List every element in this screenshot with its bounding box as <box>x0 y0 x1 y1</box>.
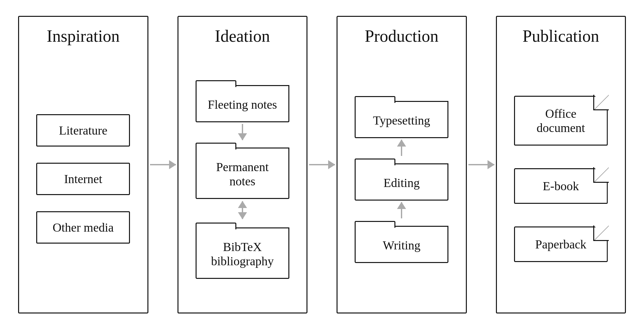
inspiration-column: Inspiration Literature Internet Other me… <box>18 16 148 313</box>
arrow-editing-typesetting <box>401 138 402 158</box>
office-doc-box: Office document <box>514 96 608 146</box>
paperback-wrap: Paperback <box>514 226 608 262</box>
office-doc-wrap: Office document <box>514 96 608 146</box>
arrow-line-2 <box>309 164 335 165</box>
paperback-box: Paperback <box>514 226 608 262</box>
arrow-line-3 <box>468 164 494 165</box>
arrow-production-publication <box>467 164 496 165</box>
arrow-writing-editing <box>401 201 402 220</box>
arrow-fleeting-permanent <box>242 122 243 142</box>
arrow-line-down <box>242 124 243 140</box>
arrow-ideation-production <box>307 164 337 165</box>
ebook-wrap: E-book <box>514 168 608 204</box>
publication-title: Publication <box>522 27 599 46</box>
ideation-items: Fleeting notes Permanent notes BibTeX bi… <box>188 59 297 300</box>
ideation-column: Ideation Fleeting notes Permanent notes … <box>177 16 308 313</box>
other-media-box: Other media <box>36 211 130 244</box>
ebook-box: E-book <box>514 168 608 204</box>
editing-box: Editing <box>355 163 448 201</box>
writing-box: Writing <box>355 226 448 263</box>
production-column: Production Typesetting Editing Writing <box>337 16 467 313</box>
publication-items: Office document E-book Paperback <box>507 59 616 300</box>
fleeting-notes-box: Fleeting notes <box>196 85 289 122</box>
arrow-line-both <box>242 201 243 219</box>
permanent-notes-box: Permanent notes <box>196 148 289 199</box>
arrow-permanent-bibtex <box>242 199 243 222</box>
arrow-inspiration-ideation <box>148 164 177 165</box>
production-title: Production <box>365 27 438 46</box>
ideation-title: Ideation <box>215 27 270 46</box>
diagram: Inspiration Literature Internet Other me… <box>12 9 632 320</box>
inspiration-items: Literature Internet Other media <box>29 59 138 300</box>
literature-box: Literature <box>36 114 130 147</box>
internet-box: Internet <box>36 163 130 195</box>
inspiration-title: Inspiration <box>47 27 120 46</box>
arrow-line <box>150 164 176 165</box>
publication-column: Publication Office document E-book Paper… <box>496 16 626 313</box>
arrow-line-up-2 <box>401 202 402 218</box>
production-items: Typesetting Editing Writing <box>347 59 456 300</box>
typesetting-box: Typesetting <box>355 101 448 138</box>
bibtex-box: BibTeX bibliography <box>196 227 289 279</box>
arrow-line-up-1 <box>401 140 402 156</box>
